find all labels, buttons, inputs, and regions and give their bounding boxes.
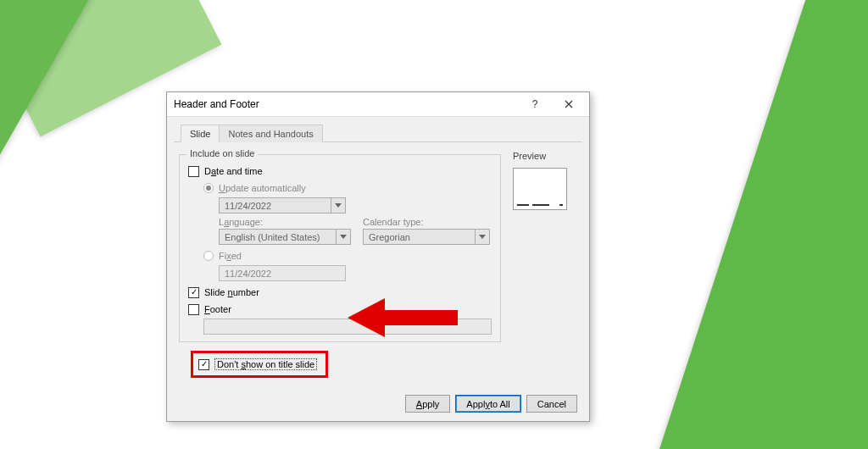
svg-rect-0 [378,310,458,325]
header-footer-dialog: Header and Footer ? Slide Notes and Hand… [166,91,590,422]
date-format-dropdown[interactable]: 11/24/2022 [219,197,346,213]
apply-to-all-button[interactable]: Apply to All [455,395,520,413]
dont-show-title-checkbox[interactable] [198,359,209,370]
date-time-checkbox[interactable] [188,166,199,177]
language-value: English (United States) [225,232,336,242]
close-button[interactable] [552,95,586,114]
chevron-down-icon [336,230,350,244]
language-label: Language: [219,217,354,227]
help-button[interactable]: ? [518,95,552,114]
cancel-button[interactable]: Cancel [526,395,577,413]
tab-slide[interactable]: Slide [181,125,220,142]
date-format-value: 11/24/2022 [225,201,331,211]
slide-number-checkbox[interactable] [188,287,199,298]
calendar-type-dropdown[interactable]: Gregorian [363,229,490,245]
chevron-down-icon [475,230,489,244]
date-time-checkbox-row[interactable]: Date and time [188,164,492,179]
dialog-buttons: Apply Apply to All Cancel [167,388,589,421]
date-time-label: Date and time [204,166,263,176]
language-dropdown[interactable]: English (United States) [219,229,351,245]
apply-button[interactable]: Apply [405,395,451,413]
update-automatically-label: Update automatically [219,183,306,193]
chevron-down-icon [331,198,345,213]
close-icon [565,100,573,108]
slide-number-label: Slide number [204,287,259,297]
update-automatically-radio-row[interactable]: Update automatically [188,180,492,196]
dont-show-title-label: Don't show on title slide [214,358,317,370]
svg-marker-1 [348,298,385,337]
fixed-label: Fixed [219,251,242,261]
group-legend: Include on slide [186,148,258,158]
bg-shape [558,0,868,449]
dialog-title: Header and Footer [174,98,518,110]
update-automatically-radio[interactable] [203,183,214,193]
fixed-radio[interactable] [203,251,214,261]
titlebar: Header and Footer ? [167,92,589,117]
bg-shape [0,0,93,169]
preview-thumbnail [513,168,567,210]
fixed-date-textbox[interactable]: 11/24/2022 [219,265,346,281]
footer-checkbox[interactable] [188,304,199,315]
calendar-type-label: Calendar type: [363,217,492,227]
preview-label: Preview [513,151,577,161]
tab-bar: Slide Notes and Handouts [174,120,582,142]
calendar-type-value: Gregorian [369,232,475,242]
footer-label: Footer [204,304,231,314]
annotation-highlight: Don't show on title slide [191,351,328,378]
tab-notes-handouts[interactable]: Notes and Handouts [219,125,322,142]
annotation-arrow [348,298,458,337]
fixed-radio-row[interactable]: Fixed [188,248,492,263]
